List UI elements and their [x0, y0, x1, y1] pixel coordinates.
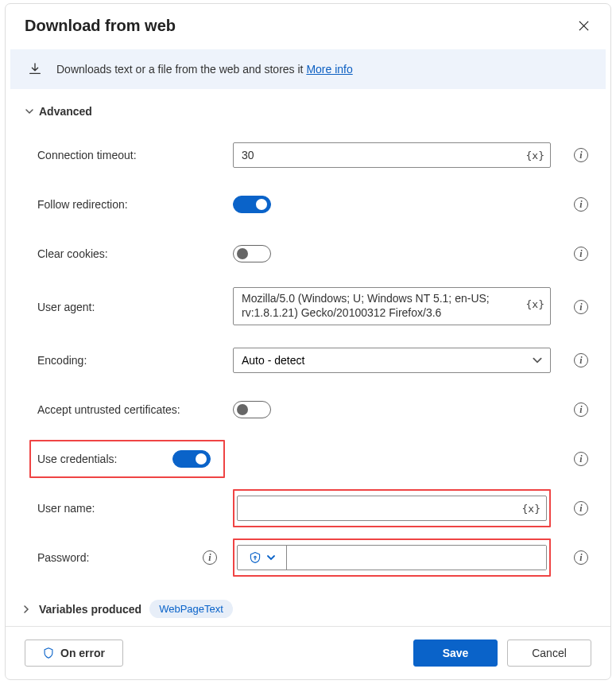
- advanced-label: Advanced: [39, 105, 92, 118]
- row-use-credentials: Use credentials: i: [37, 434, 591, 484]
- close-button[interactable]: [575, 18, 591, 34]
- row-clear-cookies: Clear cookies: i: [37, 229, 591, 278]
- row-encoding: Encoding: Auto - detect i: [37, 336, 591, 385]
- variable-badge[interactable]: WebPageText: [149, 600, 233, 618]
- chevron-down-icon: [266, 553, 276, 562]
- clear-cookies-toggle[interactable]: [233, 245, 271, 262]
- dialog-title: Download from web: [25, 17, 176, 35]
- connection-timeout-label: Connection timeout:: [37, 149, 137, 161]
- dialog-footer: On error Save Cancel: [6, 626, 610, 679]
- row-accept-untrusted: Accept untrusted certificates: i: [37, 385, 591, 434]
- user-name-label: User name:: [37, 502, 95, 515]
- user-name-input[interactable]: [237, 496, 547, 521]
- dialog-body: Advanced Connection timeout: {x} i Follo…: [6, 89, 610, 626]
- info-icon[interactable]: i: [574, 148, 588, 162]
- on-error-label: On error: [60, 647, 105, 659]
- password-label: Password:: [37, 551, 89, 564]
- row-follow-redirection: Follow redirection: i: [37, 180, 591, 229]
- accept-untrusted-label: Accept untrusted certificates:: [37, 403, 180, 416]
- info-icon[interactable]: i: [574, 300, 588, 314]
- save-button[interactable]: Save: [413, 640, 498, 667]
- info-banner-desc: Downloads text or a file from the web an…: [56, 63, 306, 76]
- info-icon[interactable]: i: [574, 402, 588, 417]
- info-icon[interactable]: i: [574, 501, 588, 515]
- use-credentials-label: Use credentials:: [37, 453, 117, 465]
- shield-icon: [43, 647, 54, 659]
- row-connection-timeout: Connection timeout: {x} i: [37, 130, 591, 180]
- connection-timeout-input[interactable]: [233, 142, 551, 168]
- chevron-down-icon: [25, 107, 34, 116]
- use-credentials-toggle[interactable]: [172, 450, 211, 468]
- variables-produced-label: Variables produced: [39, 603, 141, 616]
- follow-redirection-toggle[interactable]: [233, 196, 271, 213]
- info-banner: Downloads text or a file from the web an…: [10, 49, 606, 89]
- encoding-select[interactable]: Auto - detect: [233, 348, 551, 373]
- password-credential-picker[interactable]: [238, 546, 287, 570]
- accept-untrusted-toggle[interactable]: [233, 401, 271, 418]
- info-icon[interactable]: i: [574, 550, 588, 565]
- password-input[interactable]: [287, 546, 546, 570]
- chevron-right-icon: [21, 605, 31, 614]
- info-banner-text: Downloads text or a file from the web an…: [56, 63, 353, 76]
- dialog-download-from-web: Download from web Downloads text or a fi…: [5, 3, 611, 680]
- cancel-button[interactable]: Cancel: [507, 640, 591, 667]
- download-icon: [28, 62, 42, 76]
- dialog-header: Download from web: [6, 4, 610, 45]
- save-label: Save: [443, 647, 469, 659]
- info-icon[interactable]: i: [574, 247, 588, 261]
- info-icon[interactable]: i: [574, 353, 588, 367]
- info-icon[interactable]: i: [203, 550, 217, 565]
- user-agent-input[interactable]: Mozilla/5.0 (Windows; U; Windows NT 5.1;…: [233, 287, 551, 325]
- advanced-fields: Connection timeout: {x} i Follow redirec…: [37, 130, 591, 582]
- row-password: Password: i: [37, 533, 591, 582]
- cancel-label: Cancel: [532, 647, 567, 659]
- row-user-name: User name: {x} i: [37, 484, 591, 533]
- user-agent-label: User agent:: [37, 301, 95, 313]
- shield-lock-icon: [249, 551, 262, 564]
- more-info-link[interactable]: More info: [306, 63, 352, 76]
- clear-cookies-label: Clear cookies:: [37, 247, 108, 260]
- info-icon[interactable]: i: [574, 197, 588, 212]
- follow-redirection-label: Follow redirection:: [37, 198, 128, 211]
- row-user-agent: User agent: Mozilla/5.0 (Windows; U; Win…: [37, 278, 591, 336]
- variables-produced-section[interactable]: Variables produced WebPageText: [21, 600, 591, 618]
- on-error-button[interactable]: On error: [25, 640, 123, 667]
- close-icon: [578, 20, 590, 32]
- advanced-section-toggle[interactable]: Advanced: [25, 105, 591, 118]
- info-icon[interactable]: i: [574, 452, 588, 466]
- encoding-label: Encoding:: [37, 354, 87, 367]
